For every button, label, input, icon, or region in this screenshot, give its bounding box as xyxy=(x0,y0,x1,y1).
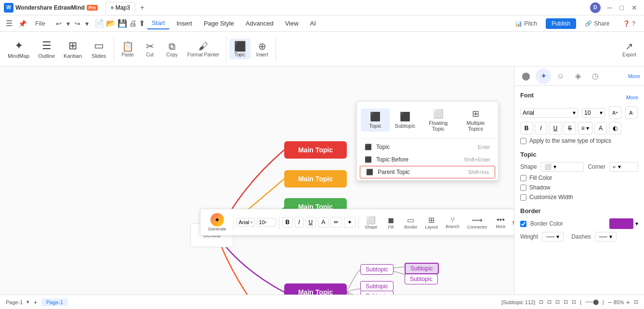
border-color-picker[interactable]: ▾ xyxy=(609,218,638,229)
strikethrough-button[interactable]: S xyxy=(564,122,576,134)
ft-more-format[interactable]: ✦ xyxy=(344,217,355,228)
size-select[interactable]: 10 ▾ xyxy=(582,108,605,118)
menu-entry-topic-before[interactable]: ⬛ Topic Before Shift+Enter xyxy=(357,153,498,166)
toolbar-mindmap[interactable]: ✦ MindMap xyxy=(4,38,33,61)
align-button[interactable]: ≡ ▾ xyxy=(578,122,592,134)
undo-dropdown[interactable]: ▾ xyxy=(65,19,72,28)
ft-font-color[interactable]: A xyxy=(318,217,329,228)
subtopic-selected[interactable]: Subtopic xyxy=(405,263,439,274)
ft-branch[interactable]: ⑂ Branch xyxy=(443,214,462,231)
ft-bold[interactable]: B xyxy=(282,217,293,228)
font-color-button[interactable]: A xyxy=(594,122,607,134)
toolbar-kanban[interactable]: ⊞ Kanban xyxy=(60,38,86,61)
panel-tab-ai[interactable]: ✦ xyxy=(536,68,551,84)
toolbar-topic[interactable]: ⬛ Topic ▾ xyxy=(229,39,250,59)
print-button[interactable]: 🖨 xyxy=(129,19,137,28)
panel-more-button[interactable]: More xyxy=(628,73,640,79)
dropdown-multiple-topics[interactable]: ⊞ Multiple Topics xyxy=(457,106,494,134)
zoom-out-button[interactable]: − xyxy=(608,298,612,306)
font-size-up[interactable]: A+ xyxy=(609,107,621,119)
menu-item-view[interactable]: View xyxy=(280,18,303,29)
dashes-select[interactable]: ── ▾ xyxy=(595,232,617,242)
ft-size-select[interactable]: 10 ▾ xyxy=(257,218,276,227)
add-page-button[interactable]: + xyxy=(33,298,37,306)
panel-tab-emoji[interactable]: ☺ xyxy=(553,68,568,84)
open-button[interactable]: 📂 xyxy=(106,19,116,28)
subtopic-3[interactable]: Subtopic xyxy=(360,291,394,295)
toolbar-copy[interactable]: ⧉ Copy xyxy=(161,39,183,59)
font-select[interactable]: Arial ▾ xyxy=(520,108,578,118)
ft-more[interactable]: ••• More xyxy=(492,214,509,231)
font-size-down[interactable]: A- xyxy=(625,107,638,119)
main-topic-4[interactable]: Main Topic xyxy=(284,283,347,295)
map-tab[interactable]: Map3 xyxy=(105,2,135,13)
ft-fill[interactable]: ◼ Fill xyxy=(382,214,399,231)
toolbar-outline[interactable]: ☰ Outline xyxy=(34,38,59,61)
redo-button[interactable]: ↪ xyxy=(73,19,82,28)
subtopic-7[interactable]: Subtopic xyxy=(405,274,438,284)
maximize-button[interactable]: □ xyxy=(617,3,627,13)
new-button[interactable]: 📄 xyxy=(94,19,104,28)
italic-button[interactable]: I xyxy=(535,122,547,134)
active-page-tab[interactable]: Page-1 xyxy=(41,298,68,306)
underline-button[interactable]: U xyxy=(549,122,562,134)
close-button[interactable]: ✕ xyxy=(629,3,640,13)
dropdown-topic[interactable]: ⬛ Topic xyxy=(361,108,390,132)
font-more-button[interactable]: More xyxy=(626,94,638,100)
shape-select[interactable]: ⬜ ▾ xyxy=(541,162,584,172)
ft-connector[interactable]: ⟿ Connector xyxy=(464,214,490,231)
panel-tab-theme[interactable]: ◈ xyxy=(570,68,586,84)
fill-color-checkbox[interactable] xyxy=(520,175,526,181)
ft-underline[interactable]: U xyxy=(305,217,316,228)
file-menu[interactable]: File xyxy=(30,18,50,29)
weight-select[interactable]: ── ▾ xyxy=(542,232,564,242)
panel-tab-style[interactable]: ⬤ xyxy=(518,68,534,84)
hamburger-icon[interactable]: ☰ xyxy=(4,19,14,28)
ft-layout[interactable]: ⊞ Layout xyxy=(422,214,441,231)
help-button[interactable]: ❓ ? xyxy=(618,18,640,29)
border-color-checkbox[interactable] xyxy=(520,221,526,227)
apply-checkbox[interactable] xyxy=(520,138,526,144)
redo-dropdown[interactable]: ▾ xyxy=(83,19,91,28)
bold-button[interactable]: B xyxy=(520,122,533,134)
toolbar-paste[interactable]: 📋 Paste xyxy=(117,39,138,59)
fit-page-icon[interactable]: ⊡ xyxy=(634,299,638,305)
toolbar-insert[interactable]: ⊕ Insert ▾ xyxy=(251,39,273,59)
toolbar-cut[interactable]: ✂ Cut xyxy=(139,39,160,59)
ft-pin-button[interactable]: 📌 xyxy=(511,219,514,226)
menu-item-start[interactable]: Start xyxy=(147,17,170,29)
menu-entry-topic[interactable]: ⬛ Topic Enter xyxy=(357,141,498,153)
panel-tab-clock[interactable]: ◷ xyxy=(588,68,603,84)
menu-entry-parent-topic[interactable]: ⬛ Parent Topic Shift+Ins xyxy=(360,166,495,178)
generate-button[interactable]: ✦ Generate xyxy=(204,211,230,233)
toolbar-export[interactable]: ↗ Export xyxy=(618,39,640,59)
shadow-checkbox[interactable] xyxy=(520,185,526,191)
toolbar-format-painter[interactable]: 🖌 Format Painter xyxy=(184,39,223,59)
export-quick-button[interactable]: ⬆ xyxy=(139,19,145,28)
menu-item-advanced[interactable]: Advanced xyxy=(241,18,278,29)
dropdown-subtopic[interactable]: ⬛ Subtopic xyxy=(391,108,420,132)
dropdown-floating-topic[interactable]: ⬜ Floating Topic xyxy=(421,106,456,134)
menu-item-ai[interactable]: AI xyxy=(305,18,321,29)
menu-item-pagestyle[interactable]: Page Style xyxy=(199,18,239,29)
ft-highlight[interactable]: ✏ xyxy=(330,217,342,228)
corner-select[interactable]: ⌐ ▾ xyxy=(609,162,638,172)
menu-item-insert[interactable]: Insert xyxy=(171,18,197,29)
ft-italic[interactable]: I xyxy=(295,217,303,228)
pitch-button[interactable]: 📊 Pitch xyxy=(510,18,542,29)
customize-width-checkbox[interactable] xyxy=(520,194,526,201)
toolbar-slides[interactable]: ▭ Slides xyxy=(87,38,111,61)
canvas[interactable]: Main Topic Main Topic Main Topic Main To… xyxy=(0,67,514,295)
share-button[interactable]: 🔗 Share xyxy=(580,18,614,29)
ft-font-select[interactable]: Arial ▾ xyxy=(237,218,255,227)
subtopic-1[interactable]: Subtopic xyxy=(360,264,394,275)
subtopic-2[interactable]: Subtopic xyxy=(360,281,394,292)
save-button[interactable]: 💾 xyxy=(118,19,127,28)
publish-button[interactable]: Publish xyxy=(546,18,576,29)
ft-shape[interactable]: ⬜ Shape xyxy=(362,214,380,231)
text-highlight-button[interactable]: ◐ xyxy=(609,122,621,134)
main-topic-2[interactable]: Main Topic xyxy=(284,170,347,188)
add-tab-button[interactable]: + xyxy=(136,1,148,14)
zoom-in-button[interactable]: + xyxy=(626,298,630,306)
undo-button[interactable]: ↩ xyxy=(54,19,64,28)
